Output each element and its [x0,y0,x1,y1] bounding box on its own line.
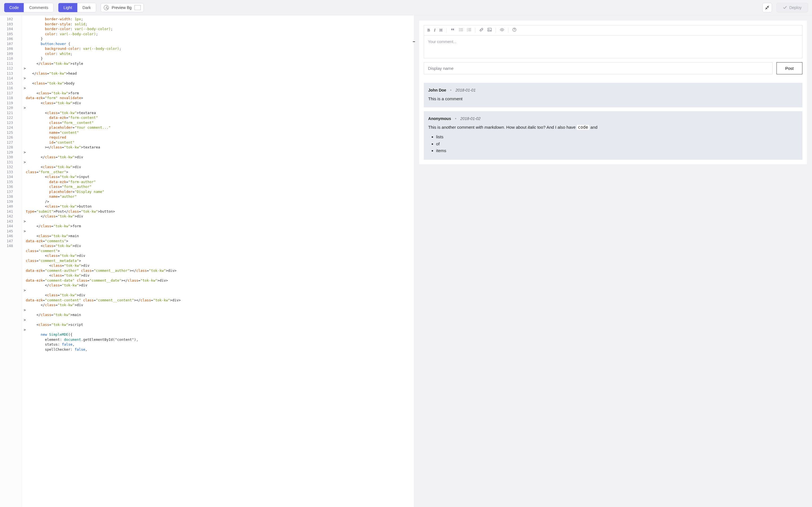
split-layout: 1021031041051061071081091101111121131141… [0,15,812,507]
dot-separator: • [450,88,452,93]
comment-body: This is another comment with markdown. H… [428,124,798,154]
preview-bg-control[interactable]: Preview Bg [101,3,144,12]
display-name-input[interactable] [424,62,772,74]
unordered-list-icon[interactable] [459,27,463,33]
preview-toggle-icon[interactable] [500,27,504,33]
comment-author: John Doe [428,88,446,93]
collapse-preview-button[interactable] [762,3,772,12]
deploy-label: Deploy [789,5,802,10]
svg-point-16 [514,31,515,31]
code-editor[interactable]: border-width: 1px; border-style: solid; … [22,15,414,507]
svg-point-4 [459,31,460,31]
tab-dark[interactable]: Dark [77,3,96,12]
theme-tabs: Light Dark [58,3,96,12]
comment-item: Anonymous•2018-01-02This is another comm… [424,111,802,160]
deploy-button[interactable]: Deploy [776,3,808,12]
heading-icon[interactable]: H [440,28,443,33]
svg-text:3: 3 [467,31,468,32]
tab-code[interactable]: Code [4,3,24,12]
palette-icon [104,5,109,10]
dot-separator: • [455,116,456,121]
preview-surface: B I H 123 [419,20,807,164]
svg-point-2 [459,30,460,30]
svg-rect-7 [468,29,471,29]
preview-bg-swatch [135,5,141,10]
ordered-list-icon[interactable]: 123 [467,27,471,33]
italic-icon[interactable]: I [434,28,435,33]
line-number-gutter: 1021031041051061071081091101111121131141… [0,15,16,507]
fold-gutter [16,15,22,507]
top-toolbar: Code Comments Light Dark Preview Bg Depl… [0,0,812,15]
comment-author: Anonymous [428,116,451,121]
help-icon[interactable] [512,27,516,33]
mde-toolbar: B I H 123 [424,25,802,36]
image-icon[interactable] [488,27,492,33]
view-tabs: Code Comments [4,3,54,12]
svg-point-0 [459,28,460,29]
comment-body: This is a comment [428,96,798,102]
tab-comments[interactable]: Comments [24,3,53,12]
svg-rect-12 [488,28,492,31]
comment-editor: B I H 123 [424,25,802,58]
tab-light[interactable]: Light [58,3,77,12]
comment-date: 2018-01-01 [455,88,476,93]
svg-rect-3 [460,30,463,30]
collapse-icon [765,5,769,10]
comment-textarea[interactable]: Your comment... [424,36,802,58]
overview-ruler-marker [413,41,415,42]
check-icon [783,6,787,10]
comment-date: 2018-01-02 [460,116,481,121]
svg-point-14 [502,29,503,31]
bold-icon[interactable]: B [427,28,430,33]
preview-bg-label: Preview Bg [112,5,132,10]
svg-rect-1 [460,29,463,29]
editor-pane: 1021031041051061071081091101111121131141… [0,15,414,507]
comments-list: John Doe•2018-01-01This is a commentAnon… [424,83,802,160]
comment-item: John Doe•2018-01-01This is a comment [424,83,802,107]
link-icon[interactable] [479,27,484,33]
svg-point-13 [489,29,489,30]
svg-rect-9 [468,30,471,30]
preview-pane: B I H 123 [414,15,812,507]
post-button[interactable]: Post [776,62,802,74]
quote-icon[interactable] [451,27,455,33]
